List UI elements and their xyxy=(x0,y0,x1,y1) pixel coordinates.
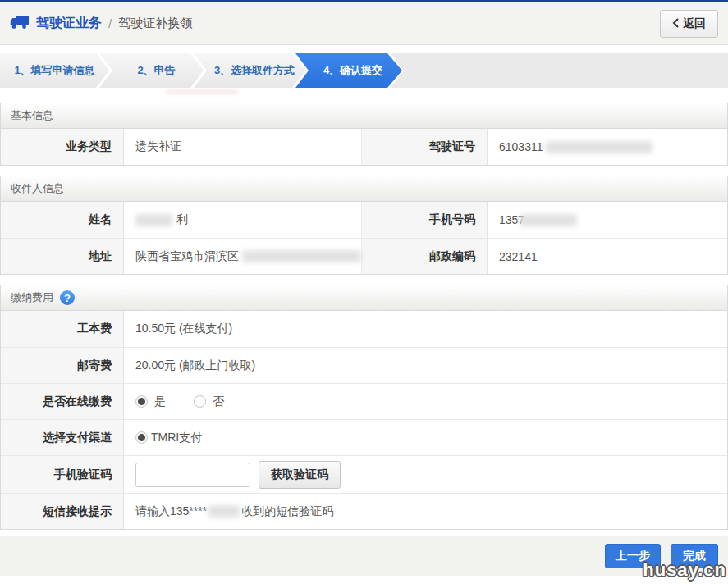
table-row: 邮寄费 20.00元 (邮政上门收取) xyxy=(1,347,727,383)
postcode-value: 232141 xyxy=(488,239,727,274)
captcha-controls: 获取验证码 xyxy=(124,456,727,493)
business-type-label: 业务类型 xyxy=(1,129,124,165)
finish-button[interactable]: 完成 xyxy=(671,544,718,568)
step-2-label: 2、申告 xyxy=(137,63,175,78)
back-button-label: 返回 xyxy=(683,16,706,31)
tmri-pay-label: TMRI支付 xyxy=(151,431,202,445)
step-4-confirm-submit-active[interactable]: 4、确认提交 xyxy=(295,53,402,88)
redacted-phone xyxy=(520,214,577,226)
redacted-license-no xyxy=(546,141,652,153)
footer-bar: 上一步 完成 xyxy=(0,536,728,576)
name-label: 姓名 xyxy=(1,202,124,238)
breadcrumb-divider: / xyxy=(108,16,112,30)
truck-icon xyxy=(10,15,30,33)
address-label: 地址 xyxy=(1,239,124,274)
section-recipient-info: 收件人信息 姓名 利 手机号码 1357 地址 陕西省宝鸡市渭滨区 邮政编码 2… xyxy=(0,176,728,275)
captcha-input[interactable] xyxy=(135,463,250,487)
name-value: 利 xyxy=(124,202,362,238)
recipient-info-title: 收件人信息 xyxy=(11,181,64,196)
table-row: 地址 陕西省宝鸡市渭滨区 邮政编码 232141 xyxy=(1,238,727,274)
radio-online-pay-yes[interactable]: 是 xyxy=(135,395,166,409)
header-bar: 驾驶证业务 / 驾驶证补换领 返回 xyxy=(0,2,728,45)
step-1-label: 1、填写申请信息 xyxy=(14,63,94,78)
table-row: 工本费 10.50元 (在线支付) xyxy=(1,311,727,347)
online-pay-options: 是 否 xyxy=(124,384,727,419)
back-button[interactable]: 返回 xyxy=(660,10,718,38)
radio-checked-icon xyxy=(135,395,148,408)
breadcrumb: 驾驶证业务 / 驾驶证补换领 xyxy=(10,15,192,33)
redacted-name xyxy=(135,214,172,226)
recipient-info-section-header: 收件人信息 xyxy=(1,176,727,202)
step-2-declare[interactable]: 2、申告 xyxy=(99,53,204,88)
license-no-value: 6103311 xyxy=(488,129,727,165)
sms-tip-value: 请输入135**** 收到的短信验证码 xyxy=(124,494,727,529)
business-type-value: 遗失补证 xyxy=(124,129,362,165)
payment-section-header: 缴纳费用 ? xyxy=(1,285,727,311)
basic-info-title: 基本信息 xyxy=(11,108,53,123)
license-no-label: 驾驶证号 xyxy=(362,129,488,165)
address-value: 陕西省宝鸡市渭滨区 xyxy=(124,239,362,274)
radio-checked-icon xyxy=(135,431,148,444)
sms-tip-label: 短信接收提示 xyxy=(1,494,124,529)
breadcrumb-current: 驾驶证补换领 xyxy=(118,16,192,31)
step-4-label: 4、确认提交 xyxy=(323,63,382,78)
section-basic-info: 基本信息 业务类型 遗失补证 驾驶证号 6103311 xyxy=(0,103,728,166)
previous-step-button[interactable]: 上一步 xyxy=(605,544,661,568)
production-fee-label: 工本费 xyxy=(1,311,124,347)
postage-fee-label: 邮寄费 xyxy=(1,348,124,383)
redaction-artifact xyxy=(166,90,238,94)
online-pay-yes-label: 是 xyxy=(154,395,166,409)
page-title: 驾驶证业务 xyxy=(36,15,102,32)
chevron-left-icon xyxy=(672,17,679,30)
table-row: 手机验证码 获取验证码 xyxy=(1,455,727,493)
table-row: 短信接收提示 请输入135**** 收到的短信验证码 xyxy=(1,493,727,529)
section-payment: 缴纳费用 ? 工本费 10.50元 (在线支付) 邮寄费 20.00元 (邮政上… xyxy=(0,285,728,530)
phone-label: 手机号码 xyxy=(362,202,488,238)
table-row: 选择支付渠道 TMRI支付 xyxy=(1,419,727,455)
pay-channel-options: TMRI支付 xyxy=(124,420,727,455)
step-bar-tail xyxy=(391,53,728,88)
online-pay-no-label: 否 xyxy=(213,395,224,409)
pay-channel-label: 选择支付渠道 xyxy=(1,420,124,455)
radio-online-pay-no[interactable]: 否 xyxy=(194,395,224,409)
step-1-fill-application[interactable]: 1、填写申请信息 xyxy=(0,53,109,88)
basic-info-section-header: 基本信息 xyxy=(1,103,727,129)
get-captcha-button[interactable]: 获取验证码 xyxy=(259,461,341,489)
radio-unchecked-icon xyxy=(194,395,206,408)
page: 驾驶证业务 / 驾驶证补换领 返回 1、填写申请信息 2、申告 3、选择取件方式… xyxy=(0,0,728,584)
step-bar: 1、填写申请信息 2、申告 3、选择取件方式 4、确认提交 xyxy=(0,53,728,88)
production-fee-value: 10.50元 (在线支付) xyxy=(124,311,727,347)
postage-fee-value: 20.00元 (邮政上门收取) xyxy=(124,348,727,383)
table-row: 业务类型 遗失补证 驾驶证号 6103311 xyxy=(1,129,727,165)
payment-title: 缴纳费用 xyxy=(11,290,53,305)
table-row: 是否在线缴费 是 否 xyxy=(1,383,727,419)
redacted-address xyxy=(242,250,361,262)
online-pay-label: 是否在线缴费 xyxy=(1,384,124,419)
step-3-label: 3、选择取件方式 xyxy=(214,63,295,78)
table-row: 姓名 利 手机号码 1357 xyxy=(1,202,727,238)
captcha-label: 手机验证码 xyxy=(1,456,124,493)
phone-value: 1357 xyxy=(488,202,727,238)
postcode-label: 邮政编码 xyxy=(362,239,488,274)
radio-tmri-pay[interactable]: TMRI支付 xyxy=(135,431,202,445)
step-3-pickup-method[interactable]: 3、选择取件方式 xyxy=(194,53,305,88)
help-icon[interactable]: ? xyxy=(60,290,75,305)
redacted-sms-phone xyxy=(208,505,240,518)
